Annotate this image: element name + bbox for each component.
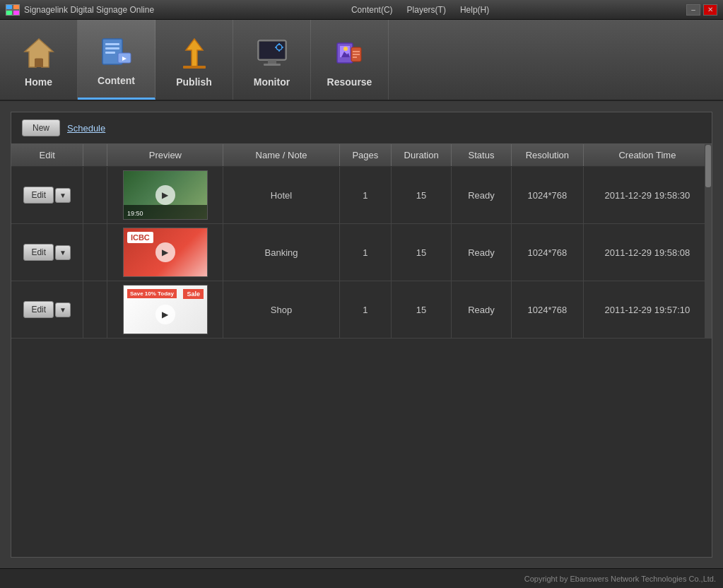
new-button[interactable]: New	[22, 119, 60, 136]
home-icon	[20, 34, 58, 72]
preview-cell-1: ▶	[107, 167, 223, 224]
col-header-name: Name / Note	[223, 144, 339, 167]
dropdown-button-2[interactable]: ▼	[55, 245, 71, 260]
play-button-shop[interactable]: ▶	[155, 305, 175, 324]
svg-rect-0	[6, 5, 12, 9]
svg-rect-1	[13, 5, 19, 9]
spacer-2	[83, 224, 107, 281]
status-cell-3: Ready	[452, 281, 512, 339]
edit-button-3[interactable]: Edit	[23, 301, 54, 318]
svg-rect-3	[13, 11, 19, 15]
status-cell-2: Ready	[452, 224, 512, 281]
col-header-creation: Creation Time	[583, 144, 711, 167]
edit-button-1[interactable]: Edit	[23, 187, 54, 204]
svg-rect-16	[268, 60, 276, 64]
resource-label: Resourse	[327, 76, 372, 88]
shop-discount-badge: Save 10% Today	[127, 289, 177, 298]
content-table: Edit Preview Name / Note Pages Duration …	[11, 144, 712, 339]
scrollbar-thumb[interactable]	[705, 145, 711, 187]
titlebar: Signagelink Digital Signage Online Conte…	[0, 0, 723, 20]
schedule-link[interactable]: Schedule	[67, 123, 105, 134]
svg-rect-2	[6, 11, 12, 15]
toolbar: Home Content Publish	[0, 20, 723, 101]
creation-cell-3: 2011-12-29 19:57:10	[583, 281, 711, 339]
close-button[interactable]: ✕	[703, 4, 717, 16]
content-icon	[98, 33, 136, 71]
menu-content[interactable]: Content(C)	[351, 5, 393, 15]
minimize-button[interactable]: –	[686, 4, 700, 16]
pages-cell-3: 1	[339, 281, 392, 339]
toolbar-publish[interactable]: Publish	[155, 20, 233, 100]
creation-cell-1: 2011-12-29 19:58:30	[583, 167, 711, 224]
table-row: Edit ▼ Save 10% Today Sale ▶	[11, 281, 712, 339]
col-header-status: Status	[452, 144, 512, 167]
shop-sale-badge: Sale	[183, 289, 204, 299]
play-button-banking[interactable]: ▶	[155, 242, 175, 262]
col-header-edit: Edit	[11, 144, 83, 167]
main-content: New Schedule Edit Preview Name / Note Pa…	[0, 101, 723, 568]
monitor-icon	[253, 34, 291, 72]
edit-cell-3: Edit ▼	[11, 281, 83, 339]
table-row: Edit ▼ ▶ Hotel 1 15 Rea	[11, 167, 712, 224]
col-header-pages: Pages	[339, 144, 392, 167]
resolution-cell-3: 1024*768	[511, 281, 583, 339]
svg-rect-9	[105, 52, 115, 54]
app-title: Signagelink Digital Signage Online	[24, 5, 154, 15]
status-cell-1: Ready	[452, 167, 512, 224]
titlebar-left: Signagelink Digital Signage Online	[6, 4, 154, 16]
svg-rect-8	[105, 47, 119, 49]
name-cell-1: Hotel	[223, 167, 339, 224]
titlebar-controls: – ✕	[686, 4, 717, 16]
toolbar-home[interactable]: Home	[0, 20, 78, 100]
toolbar-monitor[interactable]: Monitor	[233, 20, 311, 100]
content-toolbar: New Schedule	[11, 112, 712, 144]
publish-label: Publish	[176, 76, 212, 88]
scrollbar[interactable]	[705, 144, 712, 339]
home-label: Home	[25, 76, 52, 88]
play-button-hotel[interactable]: ▶	[155, 185, 175, 205]
edit-button-2[interactable]: Edit	[23, 244, 54, 261]
content-label: Content	[98, 75, 135, 86]
edit-cell-2: Edit ▼	[11, 224, 83, 281]
creation-cell-2: 2011-12-29 19:58:08	[583, 224, 711, 281]
bank-label: ICBC	[127, 232, 153, 243]
preview-thumb-hotel[interactable]: ▶	[123, 170, 208, 220]
menu-players[interactable]: Players(T)	[407, 5, 446, 15]
dropdown-button-1[interactable]: ▼	[55, 188, 71, 203]
titlebar-menu: Content(C) Players(T) Help(H)	[154, 5, 686, 15]
preview-cell-3: Save 10% Today Sale ▶	[107, 281, 223, 339]
resolution-cell-1: 1024*768	[511, 167, 583, 224]
edit-cell-1: Edit ▼	[11, 167, 83, 224]
statusbar: Copyright by Ebanswers Network Technolog…	[0, 568, 723, 588]
resolution-cell-2: 1024*768	[511, 224, 583, 281]
toolbar-content[interactable]: Content	[78, 20, 155, 100]
monitor-label: Monitor	[254, 76, 290, 88]
name-cell-2: Banking	[223, 224, 339, 281]
pages-cell-2: 1	[339, 224, 392, 281]
svg-rect-5	[35, 59, 43, 67]
svg-rect-15	[259, 42, 285, 59]
resource-icon	[331, 34, 369, 72]
svg-rect-7	[105, 43, 119, 45]
toolbar-resource[interactable]: Resourse	[311, 20, 389, 100]
svg-rect-17	[264, 64, 281, 66]
spacer-1	[83, 167, 107, 224]
preview-cell-2: ICBC ▶	[107, 224, 223, 281]
svg-rect-13	[183, 66, 206, 69]
publish-icon	[175, 34, 213, 72]
preview-thumb-shop[interactable]: Save 10% Today Sale ▶	[123, 285, 208, 334]
duration-cell-1: 15	[392, 167, 452, 224]
content-panel: New Schedule Edit Preview Name / Note Pa…	[11, 112, 712, 558]
col-header-preview: Preview	[107, 144, 223, 167]
pages-cell-1: 1	[339, 167, 392, 224]
dropdown-button-3[interactable]: ▼	[55, 302, 71, 317]
duration-cell-3: 15	[392, 281, 452, 339]
preview-thumb-banking[interactable]: ICBC ▶	[123, 228, 208, 277]
name-cell-3: Shop	[223, 281, 339, 339]
duration-cell-2: 15	[392, 224, 452, 281]
svg-point-26	[343, 47, 348, 51]
menu-help[interactable]: Help(H)	[460, 5, 489, 15]
copyright-text: Copyright by Ebanswers Network Technolog…	[524, 575, 716, 583]
svg-marker-12	[186, 39, 203, 67]
table-row: Edit ▼ ICBC ▶ Banking 1	[11, 224, 712, 281]
